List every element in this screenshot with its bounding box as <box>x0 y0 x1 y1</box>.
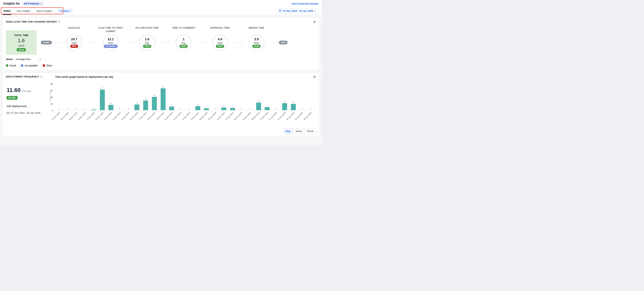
bar-value-label: 0 <box>214 108 216 110</box>
bar-value-label: 8 <box>223 105 224 107</box>
legend-label: Acceptable <box>24 64 38 67</box>
bar-value-label: 9 <box>267 105 268 107</box>
calendar-icon <box>7 112 9 114</box>
total-deployments: 348 deployments <box>7 105 48 108</box>
calendar-icon <box>279 10 282 12</box>
stage-unit: Days <box>254 42 259 44</box>
bar <box>230 108 235 110</box>
bar-column: 0 <box>306 84 315 110</box>
status-badge: Good <box>143 45 151 48</box>
stage-backlog: BACKLOG24.7DaysSlow <box>60 26 88 51</box>
stage-unit: Day <box>145 42 149 44</box>
bar-value-label: 0 <box>76 108 77 110</box>
bar-column: 29 <box>141 84 150 110</box>
bar-column: 0 <box>124 84 133 110</box>
legend-swatch-good <box>6 64 8 67</box>
total-time-unit: month <box>18 45 24 47</box>
show-metric-dropdown[interactable]: Average time <box>16 58 41 61</box>
bar-value-label: 12 <box>197 104 199 106</box>
bar-value-label: 0 <box>58 108 60 110</box>
status-legend: Good Acceptable Slow <box>6 64 316 67</box>
stage-name: LEAD TIME TO FIRST COMMIT <box>97 26 125 35</box>
bar-column: 0 <box>237 84 246 110</box>
flow-arrow-icon <box>234 42 242 44</box>
stage-value: 4.4 <box>218 38 222 41</box>
bar-value-label: 19 <box>292 101 294 104</box>
bar-column: 17 <box>133 84 142 110</box>
chart-settings-icon[interactable] <box>313 75 316 78</box>
granularity-month-button[interactable]: Month <box>304 129 316 134</box>
bar-column: 19 <box>289 84 298 110</box>
bar-value-label: 29 <box>145 98 147 100</box>
tab-bar: DORA Dev Insights Sprint Insights +3 mor… <box>0 7 322 15</box>
stage-name: APPROVAL TIME <box>210 26 230 35</box>
bar <box>256 103 261 110</box>
granularity-day-button[interactable]: Day <box>284 129 293 134</box>
info-icon[interactable]: ⓘ <box>58 20 60 24</box>
bar-column: 0 <box>185 84 194 110</box>
status-badge: Slow <box>70 45 78 48</box>
bar <box>169 107 174 110</box>
bar-value-label: 0 <box>180 108 181 110</box>
info-icon[interactable]: ⓘ <box>40 75 43 79</box>
tab-dev-insights[interactable]: Dev Insights <box>16 7 31 15</box>
plot-area: 0000262160017294066110012608700239021190… <box>54 84 315 110</box>
header-row: Insights for All Products View Collectio… <box>0 0 322 7</box>
y-tick-label: 80 <box>50 83 53 85</box>
stage-circle: 12.1DaysAcceptable <box>103 35 119 51</box>
bar-value-label: 0 <box>84 108 86 110</box>
stage-circle: 1DayGood <box>176 35 192 51</box>
stage-unit: Days <box>108 42 113 44</box>
stage-pr-creation-time: PR CREATION TIME1.6DayGood <box>133 26 161 51</box>
flow-arrow-icon <box>88 42 97 44</box>
stage-merge-time: MERGE TIME3.9DaysGood <box>242 26 270 51</box>
lead-time-card-title: DORA LEAD TIME FOR CHANGES REPORT <box>6 21 57 23</box>
flow-arrow-icon <box>198 42 206 44</box>
bar-value-label: 40 <box>153 94 155 97</box>
stage-circle: 4.4DaysGood <box>212 35 228 51</box>
y-tick-label: 0 <box>52 109 53 112</box>
view-collection-details-link[interactable]: View Collection Details <box>292 2 318 5</box>
bar <box>91 110 96 110</box>
legend-swatch-acceptable <box>21 64 23 67</box>
total-time-box: TOTAL TIME 1.6 month Good <box>6 30 37 55</box>
status-badge: Good <box>16 48 26 52</box>
tab-sprint-insights[interactable]: Sprint Insights <box>36 7 53 15</box>
chart-settings-icon[interactable] <box>313 21 316 23</box>
deployment-date-range: 07 Dec 2024 - 05 Jan 2025 <box>7 112 48 114</box>
bar <box>160 88 166 110</box>
bar <box>282 103 287 110</box>
granularity-toggle: Day Week Month <box>283 128 316 134</box>
chevron-down-icon <box>40 58 42 60</box>
bar-value-label: 0 <box>188 108 190 110</box>
status-badge: Good <box>252 45 261 48</box>
bar-value-label: 11 <box>171 104 172 106</box>
stage-time-to-comment: TIME TO COMMENT1DayGood <box>170 26 198 51</box>
bar <box>108 105 113 110</box>
status-badge: Acceptable <box>104 45 117 48</box>
date-range-picker[interactable]: 07 Dec 2024 - 05 Jan 2025 <box>276 8 318 14</box>
bar-value-label: 0 <box>128 108 129 110</box>
bar-column: 6 <box>202 84 211 110</box>
tab-dora[interactable]: DORA <box>3 7 12 15</box>
bar-column: 0 <box>176 84 185 110</box>
bar <box>291 104 296 110</box>
tabs-more-dropdown[interactable]: +3 more <box>57 8 73 13</box>
legend-label: Good <box>10 64 16 67</box>
granularity-week-button[interactable]: Week <box>293 129 304 134</box>
bar-column: 23 <box>254 84 263 110</box>
bar-value-label: 0 <box>67 108 68 110</box>
y-tick-label: 20 <box>50 103 53 105</box>
bar-column: 0 <box>298 84 306 110</box>
flow-arrow-icon <box>52 42 60 44</box>
stage-name: BACKLOG <box>68 26 80 35</box>
bar <box>265 107 270 110</box>
product-selector-dropdown[interactable]: All Products <box>22 1 44 6</box>
bar-column: 7 <box>228 84 237 110</box>
flow-arrow-icon <box>161 42 170 44</box>
show-metric-value: Average time <box>16 58 30 61</box>
stage-value: 1.6 <box>145 38 150 41</box>
deployment-chart-subtitle: Time series graph based on deployments p… <box>55 75 113 78</box>
date-range-value: 07 Dec 2024 - 05 Jan 2025 <box>283 10 313 12</box>
bar-column: 0 <box>54 84 63 110</box>
